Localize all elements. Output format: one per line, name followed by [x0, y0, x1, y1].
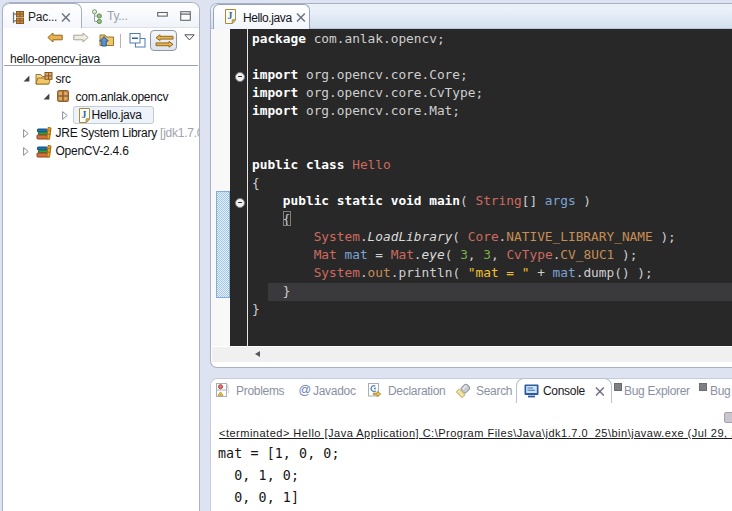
view-tab-label: Bug — [710, 384, 730, 398]
package-explorer-tabbar: Pac... Ty... — [3, 3, 199, 28]
svg-text:@: @ — [299, 383, 312, 397]
maximize-button[interactable] — [180, 11, 191, 21]
code-token — [252, 193, 283, 208]
console-process-title: <terminated> Hello [Java Application] C:… — [219, 427, 732, 439]
code-token: org.opencv.core.Mat; — [298, 103, 460, 118]
code-line[interactable]: import org.opencv.core.Mat; — [252, 102, 676, 120]
tree-item-label: OpenCV-2.4.6 — [56, 144, 129, 158]
code-token: , — [468, 247, 483, 262]
console-output[interactable]: mat = [1, 0, 0; 0, 1, 0; 0, 0, 1] — [218, 443, 340, 509]
view-menu-icon — [184, 34, 195, 41]
bug-icon — [614, 383, 622, 391]
tree-item-src[interactable]: src — [3, 70, 199, 88]
code-line[interactable]: System.LoadLibrary( Core.NATIVE_LIBRARY_… — [252, 228, 676, 246]
code-token: LoadLibrary — [368, 229, 453, 244]
code-line[interactable]: Mat mat = Mat.eye( 3, 3, CvType.CV_8UC1 … — [252, 246, 676, 264]
tab-package-explorer-label: Pac... — [28, 10, 57, 24]
collapsed-arrow-icon[interactable] — [23, 129, 29, 138]
editor-tab-close-button[interactable] — [295, 12, 307, 23]
code-line[interactable]: public class Hello — [252, 156, 676, 174]
forward-arrow-icon — [73, 32, 89, 43]
code-token: ); — [614, 247, 637, 262]
code-line[interactable]: import org.opencv.core.Core; — [252, 66, 676, 84]
collapsed-arrow-icon[interactable] — [62, 111, 68, 120]
project-header[interactable]: hello-opencv-java — [3, 50, 199, 67]
expanded-arrow[interactable] — [23, 75, 30, 82]
back-button[interactable] — [47, 32, 63, 43]
console-content: <terminated> Hello [Java Application] C:… — [211, 403, 732, 511]
library-icon — [35, 126, 52, 140]
code-line[interactable]: } — [252, 300, 676, 318]
terminate-button[interactable] — [724, 412, 732, 423]
collapse-all-button[interactable] — [129, 32, 146, 48]
code-line[interactable]: public static void main( String[] args ) — [252, 192, 676, 210]
code-token: . — [360, 229, 368, 244]
view-tab-label: Bug Explorer — [624, 384, 690, 398]
declaration-icon — [367, 383, 382, 397]
declaration-icon — [367, 383, 382, 397]
java-file-icon: J — [78, 108, 91, 123]
view-tab-label: Javadoc — [313, 384, 356, 398]
code-token: } — [252, 301, 260, 316]
folding-ruler[interactable] — [230, 29, 248, 346]
type-hierarchy-icon — [91, 9, 103, 24]
tree-item-opencv-2-4-6[interactable]: OpenCV-2.4.6 — [3, 142, 199, 160]
annotation-ruler[interactable] — [211, 29, 230, 346]
console-panel: Problems@JavadocDeclarationSearchConsole… — [210, 378, 732, 511]
minimize-button[interactable] — [157, 11, 168, 19]
tree-item-com-anlak-opencv[interactable]: com.anlak.opencv — [3, 88, 199, 106]
tab-close-button[interactable] — [60, 12, 72, 23]
view-menu-button[interactable] — [184, 34, 195, 41]
code-token: mat — [344, 247, 367, 262]
collapsed-arrow-icon[interactable] — [23, 147, 29, 156]
collapsed-arrow[interactable] — [23, 129, 29, 138]
expanded-arrow[interactable] — [43, 93, 50, 100]
code-line[interactable]: import org.opencv.core.CvType; — [252, 84, 676, 102]
tab-type-hierarchy[interactable]: Ty... — [87, 3, 147, 28]
code-token: String — [475, 193, 521, 208]
code-line[interactable]: { — [252, 174, 676, 192]
code-token: System — [314, 265, 360, 280]
tree-item-jre-system-library[interactable]: JRE System Library [jdk1.7.0 — [3, 124, 199, 142]
code-line[interactable]: package com.anlak.opencv; — [252, 30, 676, 48]
close-icon — [594, 386, 606, 397]
console-tab-close-button[interactable] — [594, 386, 606, 397]
expanded-arrow-icon[interactable] — [23, 75, 30, 82]
code-token: . — [360, 265, 368, 280]
code-token — [252, 265, 314, 280]
package-explorer-icon — [12, 11, 25, 24]
editor-tab-hello-java[interactable]: J Hello.java — [213, 4, 310, 29]
back-arrow-icon — [47, 32, 63, 43]
code-line[interactable] — [252, 48, 676, 66]
code-content[interactable]: package com.anlak.opencv;import org.open… — [252, 30, 676, 318]
maximize-icon — [180, 11, 191, 21]
tab-package-explorer[interactable]: Pac... — [3, 3, 82, 28]
tree-item-hello-java[interactable]: JHello.java — [3, 106, 199, 124]
fold-marker-icon[interactable] — [235, 72, 245, 82]
code-token: CV_8UC1 — [560, 247, 614, 262]
code-line[interactable]: } — [252, 282, 676, 300]
console-tab-label: Console — [543, 384, 585, 398]
expanded-arrow-icon[interactable] — [43, 93, 50, 100]
up-button[interactable] — [98, 32, 115, 48]
code-line[interactable]: { — [252, 210, 676, 228]
forward-button[interactable] — [73, 32, 89, 43]
view-tab-label: Declaration — [388, 384, 445, 398]
console-tab-console[interactable]: Console — [516, 378, 612, 403]
source-folder-icon — [35, 72, 53, 85]
package-explorer-toolbar — [3, 28, 199, 50]
link-with-editor-button[interactable] — [150, 30, 177, 51]
horizontal-scrollbar[interactable] — [212, 347, 732, 362]
code-line[interactable]: System.out.println( "mat = " + mat.dump(… — [252, 264, 676, 282]
collapsed-arrow[interactable] — [62, 111, 68, 120]
code-token: ( — [445, 247, 460, 262]
code-line[interactable] — [252, 120, 676, 138]
scroll-left-arrow[interactable] — [250, 347, 266, 362]
library-icon — [35, 126, 52, 140]
code-token: { — [252, 175, 260, 190]
code-line[interactable] — [252, 138, 676, 156]
collapsed-arrow[interactable] — [23, 147, 29, 156]
code-token: ( — [452, 229, 467, 244]
code-token: 3 — [460, 247, 468, 262]
fold-marker-icon[interactable] — [235, 198, 245, 208]
